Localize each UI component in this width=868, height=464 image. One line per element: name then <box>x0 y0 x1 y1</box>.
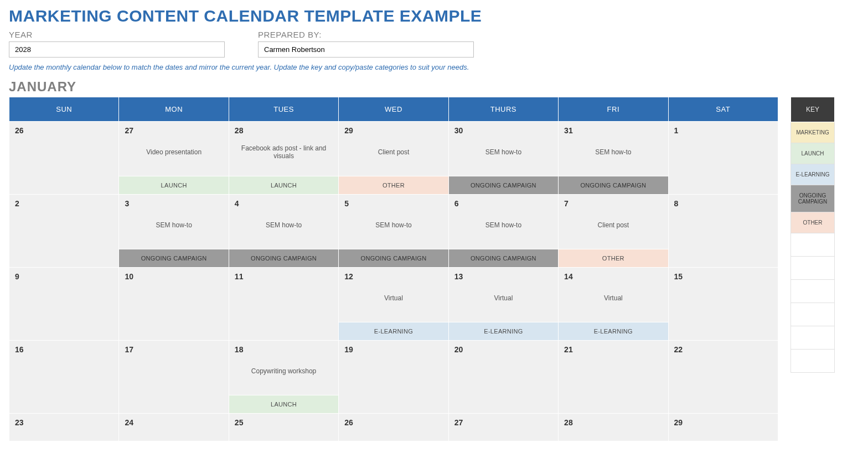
day-number: 12 <box>339 268 448 281</box>
day-number: 24 <box>119 414 228 427</box>
event-text: SEM how-to <box>449 148 558 156</box>
key-item: E-LEARNING <box>790 164 835 185</box>
calendar-cell[interactable]: 11 <box>229 268 338 341</box>
key-item: OTHER <box>790 212 835 233</box>
category-badge: ONGOING CAMPAIGN <box>559 176 668 194</box>
day-number: 7 <box>559 195 668 208</box>
day-number: 3 <box>119 195 228 208</box>
day-number: 29 <box>339 122 448 135</box>
calendar-cell[interactable]: 2 <box>9 195 119 268</box>
key-item: MARKETING <box>790 122 835 143</box>
calendar-cell[interactable]: 13VirtualE-LEARNING <box>448 268 558 341</box>
calendar-cell[interactable]: 21 <box>559 341 668 414</box>
calendar-cell[interactable]: 29 <box>668 414 778 441</box>
key-empty-row <box>790 233 835 257</box>
day-number: 23 <box>9 414 118 427</box>
calendar-table: SUNMONTUESWEDTHURSFRISAT 2627Video prese… <box>9 97 778 441</box>
day-number: 5 <box>339 195 448 208</box>
category-badge: LAUNCH <box>119 176 228 194</box>
day-number: 11 <box>229 268 338 281</box>
day-number: 29 <box>669 414 778 427</box>
calendar-cell[interactable]: 27 <box>448 414 558 441</box>
calendar-cell[interactable]: 22 <box>668 341 778 414</box>
calendar-cell[interactable]: 1 <box>668 122 778 195</box>
category-badge: ONGOING CAMPAIGN <box>449 176 558 194</box>
calendar-cell[interactable]: 14VirtualE-LEARNING <box>559 268 668 341</box>
category-badge: ONGOING CAMPAIGN <box>339 249 448 267</box>
year-label: YEAR <box>9 30 225 39</box>
key-item: ONGOING CAMPAIGN <box>790 185 835 212</box>
calendar-cell[interactable]: 28 <box>559 414 668 441</box>
event-text: Virtual <box>339 294 448 302</box>
key-empty-row <box>790 326 835 350</box>
day-header: SUN <box>9 97 119 122</box>
month-title: JANUARY <box>9 79 859 95</box>
day-number: 16 <box>9 341 118 354</box>
calendar-cell[interactable]: 7Client postOTHER <box>559 195 668 268</box>
category-badge: E-LEARNING <box>559 322 668 340</box>
day-number: 17 <box>119 341 228 354</box>
day-number: 31 <box>559 122 668 135</box>
calendar-cell[interactable]: 18Copywriting workshopLAUNCH <box>229 341 338 414</box>
category-badge: ONGOING CAMPAIGN <box>229 249 338 267</box>
day-header: FRI <box>559 97 668 122</box>
calendar-cell[interactable]: 8 <box>668 195 778 268</box>
calendar-cell[interactable]: 3SEM how-toONGOING CAMPAIGN <box>119 195 229 268</box>
calendar-cell[interactable]: 12VirtualE-LEARNING <box>339 268 448 341</box>
key-item: LAUNCH <box>790 143 835 164</box>
calendar-cell[interactable]: 19 <box>339 341 448 414</box>
day-number: 26 <box>339 414 448 427</box>
calendar-cell[interactable]: 30SEM how-toONGOING CAMPAIGN <box>448 122 558 195</box>
calendar-cell[interactable]: 20 <box>448 341 558 414</box>
event-text: Virtual <box>559 294 668 302</box>
calendar-cell[interactable]: 16 <box>9 341 119 414</box>
calendar-cell[interactable]: 17 <box>119 341 229 414</box>
day-number: 2 <box>9 195 118 208</box>
event-text: Facebook ads post - link and visuals <box>229 144 338 160</box>
calendar-cell[interactable]: 15 <box>668 268 778 341</box>
calendar-cell[interactable]: 9 <box>9 268 119 341</box>
calendar-cell[interactable]: 26 <box>9 122 119 195</box>
day-number: 28 <box>229 122 338 135</box>
meta-row: YEAR PREPARED BY: <box>9 30 859 58</box>
category-badge: OTHER <box>559 249 668 267</box>
calendar-cell[interactable]: 5SEM how-toONGOING CAMPAIGN <box>339 195 448 268</box>
day-header: MON <box>119 97 229 122</box>
day-number: 22 <box>669 341 778 354</box>
calendar-cell[interactable]: 10 <box>119 268 229 341</box>
category-badge: LAUNCH <box>229 395 338 413</box>
day-number: 13 <box>449 268 558 281</box>
calendar-cell[interactable]: 26 <box>339 414 448 441</box>
calendar-cell[interactable]: 31SEM how-toONGOING CAMPAIGN <box>559 122 668 195</box>
category-badge: ONGOING CAMPAIGN <box>449 249 558 267</box>
key-empty-row <box>790 280 835 303</box>
key-empty-row <box>790 303 835 326</box>
day-number: 20 <box>449 341 558 354</box>
calendar-cell[interactable]: 23 <box>9 414 119 441</box>
day-number: 15 <box>669 268 778 281</box>
key-column: KEY MARKETINGLAUNCHE-LEARNINGONGOING CAM… <box>790 97 835 373</box>
day-number: 28 <box>559 414 668 427</box>
calendar-cell[interactable]: 29Client postOTHER <box>339 122 448 195</box>
calendar-cell[interactable]: 27Video presentationLAUNCH <box>119 122 229 195</box>
year-input[interactable] <box>9 41 225 58</box>
day-number: 14 <box>559 268 668 281</box>
day-number: 30 <box>449 122 558 135</box>
calendar-cell[interactable]: 6SEM how-toONGOING CAMPAIGN <box>448 195 558 268</box>
calendar-cell[interactable]: 25 <box>229 414 338 441</box>
event-text: SEM how-to <box>339 221 448 229</box>
day-header: WED <box>339 97 448 122</box>
calendar-cell[interactable]: 24 <box>119 414 229 441</box>
day-number: 25 <box>229 414 338 427</box>
calendar-cell[interactable]: 4SEM how-toONGOING CAMPAIGN <box>229 195 338 268</box>
day-number: 18 <box>229 341 338 354</box>
day-number: 19 <box>339 341 448 354</box>
calendar-cell[interactable]: 28Facebook ads post - link and visualsLA… <box>229 122 338 195</box>
event-text: SEM how-to <box>449 221 558 229</box>
event-text: Video presentation <box>119 148 228 156</box>
event-text: SEM how-to <box>229 221 338 229</box>
category-badge: E-LEARNING <box>339 322 448 340</box>
day-number: 27 <box>119 122 228 135</box>
prepared-by-input[interactable] <box>258 41 474 58</box>
prepared-by-label: PREPARED BY: <box>258 30 474 39</box>
